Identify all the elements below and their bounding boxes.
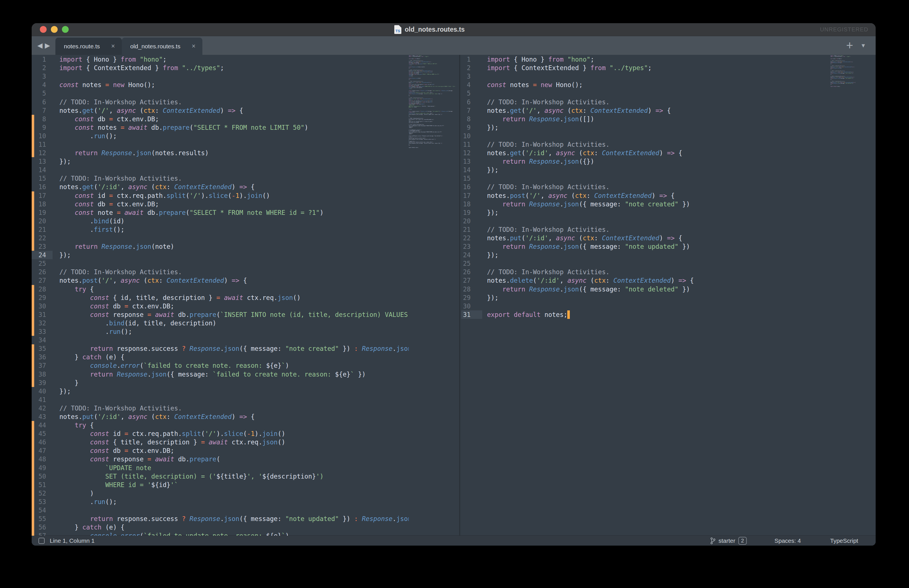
line-number[interactable]: 56 [32,523,46,531]
line-number[interactable]: 31 [32,311,46,318]
line-number[interactable]: 27 [32,277,46,284]
line-number[interactable]: 14 [461,166,471,174]
line-number[interactable]: 19 [32,209,46,216]
line-number[interactable]: 4 [461,81,471,89]
line-number[interactable]: 54 [32,507,46,514]
panel-switcher-icon[interactable] [39,538,45,544]
line-number[interactable]: 46 [32,438,46,446]
line-number[interactable]: 12 [461,149,471,157]
line-number[interactable]: 10 [32,132,46,140]
line-number[interactable]: 5 [32,90,46,97]
line-number[interactable]: 52 [32,489,46,497]
line-number[interactable]: 22 [461,234,471,242]
line-number[interactable]: 18 [461,200,471,208]
line-number[interactable]: 21 [461,226,471,233]
line-number[interactable]: 14 [32,166,46,174]
line-number[interactable]: 41 [32,396,46,404]
line-number[interactable]: 33 [32,328,46,335]
line-number[interactable]: 28 [32,286,46,293]
line-number[interactable]: 24 [461,251,471,258]
line-number[interactable]: 17 [461,192,471,199]
tab-nav-forward-icon[interactable]: ▶ [45,42,50,50]
line-number[interactable]: 20 [32,217,46,225]
line-number[interactable]: 51 [32,481,46,488]
line-number[interactable]: 3 [461,73,471,80]
line-number[interactable]: 8 [461,115,471,123]
line-number[interactable]: 23 [461,243,471,250]
line-number[interactable]: 2 [32,64,46,71]
line-number[interactable]: 31 [461,311,471,318]
line-number[interactable]: 43 [32,413,46,420]
line-number[interactable]: 17 [32,192,46,199]
minimap-right[interactable]: import { Hono } from "hono";import { Con… [830,55,861,536]
line-number[interactable]: 20 [461,217,471,225]
cursor-position-label[interactable]: Line 1, Column 1 [50,537,95,544]
line-number[interactable]: 38 [32,371,46,378]
line-number[interactable]: 25 [32,260,46,267]
line-number[interactable]: 29 [32,294,46,301]
line-number[interactable]: 1 [32,56,46,63]
line-number[interactable]: 6 [461,99,471,106]
line-number[interactable]: 35 [32,345,46,352]
line-number[interactable]: 6 [32,99,46,106]
line-number[interactable]: 23 [32,243,46,250]
line-number[interactable]: 4 [32,81,46,89]
new-tab-icon[interactable]: + [846,40,853,52]
line-number[interactable]: 57 [32,532,46,536]
line-number[interactable]: 53 [32,498,46,506]
pane-divider[interactable] [459,55,460,536]
syntax-language[interactable]: TypeScript [830,536,858,546]
line-number[interactable]: 18 [32,200,46,208]
line-number[interactable]: 36 [32,353,46,361]
editor-pane-left[interactable]: 1import { Hono } from "hono";2import { C… [32,55,409,536]
tab-close-icon[interactable]: × [100,42,115,50]
minimize-window-button[interactable] [51,26,58,33]
git-branch-status[interactable]: starter 2 [710,536,747,546]
line-number[interactable]: 29 [461,294,471,301]
tab-nav-back-icon[interactable]: ◀ [37,42,42,50]
zoom-window-button[interactable] [62,26,69,33]
line-number[interactable]: 40 [32,388,46,395]
line-number[interactable]: 19 [461,209,471,216]
tab-overflow-icon[interactable]: ▼ [861,42,866,49]
line-number[interactable]: 9 [32,124,46,131]
line-number[interactable]: 34 [32,336,46,344]
line-number[interactable]: 13 [461,158,471,165]
line-number[interactable]: 30 [461,302,471,310]
line-number[interactable]: 32 [32,320,46,327]
tab-close-icon[interactable]: × [180,42,195,50]
line-number[interactable]: 30 [32,302,46,310]
line-number[interactable]: 5 [461,90,471,97]
line-number[interactable]: 12 [32,149,46,157]
line-number[interactable]: 44 [32,422,46,429]
line-number[interactable]: 13 [32,158,46,165]
line-number[interactable]: 8 [32,115,46,123]
line-number[interactable]: 47 [32,447,46,454]
minimap-left[interactable]: import { Hono } from "hono";import { Con… [409,55,455,536]
line-number[interactable]: 28 [461,286,471,293]
line-number[interactable]: 26 [32,268,46,276]
line-number[interactable]: 55 [32,515,46,522]
close-window-button[interactable] [40,26,47,33]
line-number[interactable]: 45 [32,430,46,437]
tab-old_notes.routes.ts[interactable]: old_notes.routes.ts× [122,37,202,55]
line-number[interactable]: 2 [461,64,471,71]
line-number[interactable]: 37 [32,362,46,369]
line-number[interactable]: 42 [32,404,46,412]
line-number[interactable]: 7 [461,107,471,114]
line-number[interactable]: 3 [32,73,46,80]
line-number[interactable]: 39 [32,379,46,386]
line-number[interactable]: 10 [461,132,471,140]
line-number[interactable]: 11 [461,141,471,148]
line-number[interactable]: 24 [32,251,46,258]
line-number[interactable]: 25 [461,260,471,267]
line-number[interactable]: 15 [461,175,471,182]
line-number[interactable]: 21 [32,226,46,233]
indent-setting[interactable]: Spaces: 4 [775,536,801,546]
line-number[interactable]: 7 [32,107,46,114]
line-number[interactable]: 48 [32,456,46,463]
line-number[interactable]: 15 [32,175,46,182]
line-number[interactable]: 9 [461,124,471,131]
line-number[interactable]: 16 [32,183,46,191]
line-number[interactable]: 16 [461,183,471,191]
